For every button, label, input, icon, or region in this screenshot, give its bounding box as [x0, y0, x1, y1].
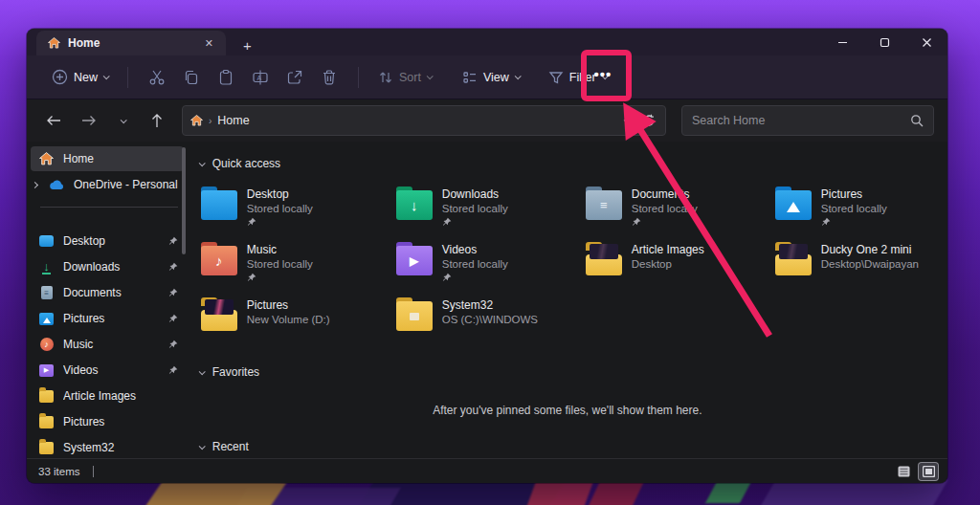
breadcrumb: Home	[217, 114, 249, 127]
sidebar-scrollbar[interactable]	[182, 147, 186, 254]
sidebar-item-pictures-folder[interactable]: Pictures	[31, 409, 184, 434]
pictures-folder-icon	[775, 190, 812, 220]
chevron-down-icon	[427, 73, 434, 79]
chevron-down-icon	[514, 73, 521, 79]
see-more-button[interactable]: •••	[584, 64, 622, 91]
sidebar-divider	[40, 207, 178, 208]
quick-access-tile[interactable]: ♪ Music Stored locally	[197, 237, 392, 293]
desktop-folder-icon	[201, 190, 237, 220]
sidebar-item-system32[interactable]: System32	[31, 435, 184, 458]
large-icons-view-button[interactable]	[919, 463, 938, 480]
section-recent[interactable]: Recent	[199, 436, 938, 457]
sidebar-item-music[interactable]: ♪ Music	[31, 332, 184, 357]
details-view-button[interactable]	[894, 463, 913, 480]
sidebar-item-pictures[interactable]: Pictures	[31, 306, 184, 331]
folder-icon	[38, 388, 55, 405]
quick-access-tile[interactable]: Ducky One 2 mini Desktop\Dwaipayan	[771, 237, 947, 293]
sidebar-item-desktop[interactable]: Desktop	[31, 229, 184, 253]
section-quick-access[interactable]: Quick access	[199, 153, 938, 174]
quick-access-tile[interactable]: ≡ Documents Stored locally	[582, 182, 771, 237]
sidebar-item-downloads[interactable]: ↓ Downloads	[31, 254, 184, 279]
copy-button[interactable]	[174, 63, 209, 92]
favorites-empty-message: After you've pinned some files, we'll sh…	[197, 404, 938, 417]
back-button[interactable]	[40, 107, 67, 134]
pin-icon	[167, 340, 178, 349]
cut-button[interactable]	[140, 63, 174, 92]
collapse-chevron-icon[interactable]	[198, 368, 205, 375]
quick-access-tile[interactable]: Pictures New Volume (D:)	[197, 293, 392, 348]
search-box[interactable]	[681, 105, 934, 136]
home-icon	[48, 37, 60, 49]
pin-icon	[167, 365, 178, 375]
command-toolbar: New A Sort View	[27, 55, 947, 99]
sidebar-item-videos[interactable]: ▶ Videos	[31, 358, 184, 383]
quick-access-tile[interactable]: ↓ Downloads Stored locally	[392, 182, 582, 237]
quick-access-tile[interactable]: System32 OS (C:)\WINDOWS	[392, 293, 582, 348]
sidebar-item-onedrive[interactable]: OneDrive - Personal	[31, 172, 184, 197]
forward-button[interactable]	[75, 107, 101, 134]
recent-locations-button[interactable]	[109, 107, 136, 134]
music-folder-icon: ♪	[201, 246, 237, 275]
sort-button-label: Sort	[399, 71, 421, 84]
minimize-button[interactable]	[821, 29, 863, 55]
new-button[interactable]: New	[44, 63, 116, 91]
folder-icon	[38, 414, 55, 430]
quick-access-tile[interactable]: ▶ Videos Stored locally	[392, 237, 582, 293]
new-tab-button[interactable]: +	[243, 38, 252, 53]
navigation-bar: › Home	[27, 99, 947, 142]
pictures-icon	[38, 311, 55, 327]
rename-button[interactable]: A	[243, 63, 278, 92]
search-icon[interactable]	[910, 114, 924, 127]
downloads-icon: ↓	[38, 259, 55, 275]
system32-folder-icon	[396, 301, 433, 331]
sidebar-item-article-images[interactable]: Article Images	[31, 384, 184, 408]
tab-title: Home	[68, 36, 200, 50]
refresh-icon[interactable]	[642, 114, 656, 127]
share-button[interactable]	[278, 63, 312, 92]
downloads-folder-icon: ↓	[396, 190, 433, 220]
pin-icon	[442, 273, 508, 283]
delete-button[interactable]	[312, 63, 346, 92]
desktop-icon	[38, 233, 55, 250]
address-bar[interactable]: › Home	[182, 105, 666, 136]
section-favorites[interactable]: Favorites	[199, 362, 938, 383]
expand-chevron-icon[interactable]	[33, 183, 40, 187]
quick-access-tile[interactable]: Article Images Desktop	[582, 237, 771, 293]
quick-access-tile[interactable]: Desktop Stored locally	[197, 182, 392, 237]
folder-icon	[38, 440, 55, 456]
pin-icon	[167, 262, 178, 272]
pin-icon	[167, 236, 178, 246]
videos-icon: ▶	[38, 362, 55, 379]
ducky-folder-icon	[775, 246, 812, 275]
maximize-button[interactable]	[863, 29, 905, 55]
svg-text:A: A	[257, 74, 262, 80]
documents-folder-icon: ≡	[586, 190, 622, 220]
close-button[interactable]	[905, 29, 947, 55]
toolbar-divider	[127, 67, 128, 88]
file-explorer-window: Home ✕ + New A	[27, 29, 947, 483]
paste-button[interactable]	[209, 63, 243, 92]
article-images-folder-icon	[586, 246, 622, 275]
onedrive-cloud-icon	[49, 177, 65, 193]
pin-icon	[167, 288, 178, 297]
documents-icon: ≡	[38, 285, 55, 301]
quick-access-tile[interactable]: Pictures Stored locally	[771, 182, 947, 237]
collapse-chevron-icon[interactable]	[198, 443, 205, 450]
sidebar-item-label: OneDrive - Personal	[74, 178, 178, 191]
address-dropdown-icon[interactable]	[624, 117, 631, 123]
navigation-pane: Home OneDrive - Personal Desktop ↓ Downl…	[27, 142, 188, 458]
new-button-label: New	[74, 71, 98, 84]
tab-close-icon[interactable]: ✕	[200, 35, 218, 52]
pin-icon	[632, 217, 698, 228]
view-button[interactable]: View	[455, 64, 527, 91]
sidebar-item-documents[interactable]: ≡ Documents	[31, 280, 184, 305]
up-button[interactable]	[144, 107, 170, 134]
search-input[interactable]	[692, 114, 910, 127]
tab-home[interactable]: Home ✕	[36, 31, 226, 55]
items-view: Quick access Desktop Stored locally ↓ Do…	[188, 142, 947, 458]
sort-button[interactable]: Sort	[370, 64, 439, 91]
collapse-chevron-icon[interactable]	[198, 160, 205, 166]
pictures-d-folder-icon	[201, 301, 237, 331]
pin-icon	[167, 314, 178, 323]
sidebar-item-home[interactable]: Home	[31, 146, 184, 171]
